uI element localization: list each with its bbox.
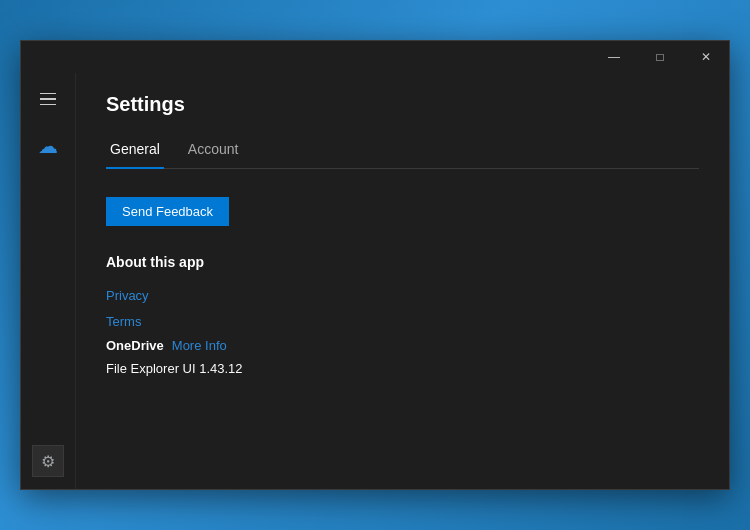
cloud-icon: ☁: [38, 134, 58, 158]
maximize-button[interactable]: □: [637, 41, 683, 73]
tab-account[interactable]: Account: [184, 135, 243, 169]
sidebar: ☁ ⚙: [21, 73, 76, 489]
tab-general[interactable]: General: [106, 135, 164, 169]
terms-link[interactable]: Terms: [106, 314, 141, 329]
content-area: Settings General Account Send Feedback A…: [76, 73, 729, 489]
privacy-link[interactable]: Privacy: [106, 288, 149, 303]
onedrive-icon[interactable]: ☁: [32, 135, 64, 157]
hamburger-line-1: [40, 93, 56, 95]
main-content: ☁ ⚙ Settings General Account Send Feedba…: [21, 73, 729, 489]
hamburger-line-3: [40, 104, 56, 106]
close-button[interactable]: ✕: [683, 41, 729, 73]
terms-link-row: Terms: [106, 312, 699, 330]
onedrive-info-row: OneDrive More Info: [106, 338, 699, 353]
minimize-button[interactable]: —: [591, 41, 637, 73]
version-row: File Explorer UI 1.43.12: [106, 359, 699, 377]
privacy-link-row: Privacy: [106, 286, 699, 304]
about-section-title: About this app: [106, 254, 699, 270]
titlebar-controls: — □ ✕: [591, 41, 729, 73]
onedrive-label: OneDrive: [106, 338, 164, 353]
send-feedback-button[interactable]: Send Feedback: [106, 197, 229, 226]
gear-icon[interactable]: ⚙: [32, 445, 64, 477]
more-info-link[interactable]: More Info: [172, 338, 227, 353]
page-title: Settings: [106, 93, 699, 116]
titlebar: — □ ✕: [21, 41, 729, 73]
tabs-container: General Account: [106, 134, 699, 169]
hamburger-menu[interactable]: [28, 83, 68, 115]
settings-window: — □ ✕ ☁ ⚙ Settings General: [20, 40, 730, 490]
sidebar-bottom: ⚙: [32, 445, 64, 477]
version-text: File Explorer UI 1.43.12: [106, 361, 243, 376]
hamburger-line-2: [40, 98, 56, 100]
tab-content-general: Send Feedback About this app Privacy Ter…: [106, 169, 699, 377]
